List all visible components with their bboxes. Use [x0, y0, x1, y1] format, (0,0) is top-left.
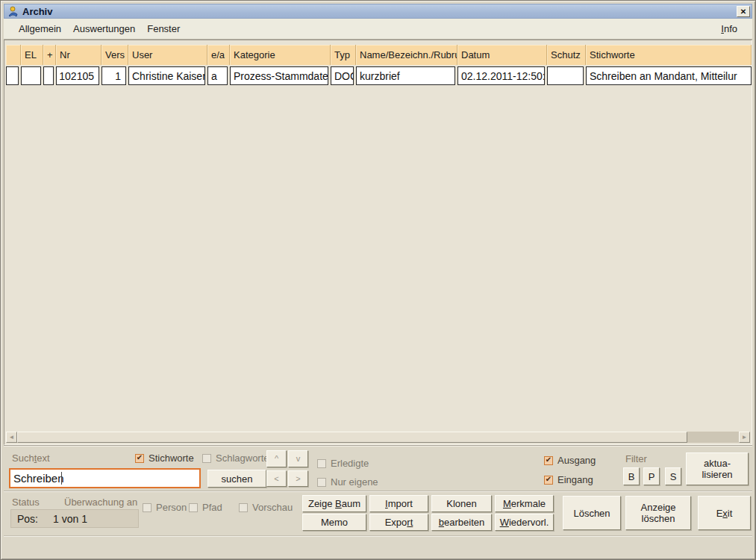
- prev-button[interactable]: <: [266, 470, 287, 487]
- wiedervorl-button[interactable]: Wiedervorl.: [495, 514, 554, 531]
- column-header-blank[interactable]: [6, 45, 21, 65]
- checkbox-box[interactable]: [239, 503, 248, 512]
- checkbox-label: Vorschau: [252, 502, 293, 513]
- checkbox-box[interactable]: ✔: [544, 476, 553, 485]
- checkbox-box[interactable]: [143, 503, 151, 512]
- column-header-vers[interactable]: Vers: [101, 45, 128, 65]
- up-icon: ^: [275, 453, 278, 464]
- column-header-user[interactable]: User: [128, 45, 207, 65]
- cell-plus: [43, 66, 54, 85]
- scrollbar-track[interactable]: [687, 432, 739, 443]
- checkbox-box[interactable]: ✔: [135, 454, 144, 463]
- down-icon: v: [296, 453, 301, 464]
- table-row[interactable]: 102105 1 Christine Kaiser a Prozess-Stam…: [6, 65, 752, 87]
- window-title: Archiv: [22, 6, 737, 17]
- erledigte-checkbox[interactable]: Erledigte: [317, 458, 369, 469]
- status-label: Status: [12, 497, 40, 508]
- column-header-typ[interactable]: Typ: [331, 45, 356, 65]
- column-header-datum[interactable]: Datum: [457, 45, 547, 65]
- checkbox-label: Ausgang: [557, 455, 596, 466]
- checkbox-label: Eingang: [557, 474, 593, 485]
- menu-item-info[interactable]: Info: [715, 20, 743, 37]
- filter-b-button[interactable]: B: [623, 467, 640, 485]
- cell-nr: 102105: [56, 66, 99, 85]
- column-header-plus[interactable]: +: [43, 45, 56, 65]
- checkbox-box[interactable]: [189, 503, 198, 512]
- loeschen-button[interactable]: Löschen: [563, 496, 621, 530]
- cell-user: Christine Kaiser: [128, 66, 205, 85]
- menu-item-allgemein[interactable]: Allgemein: [13, 20, 67, 37]
- schlagworte-checkbox[interactable]: Schlagworte: [202, 452, 269, 464]
- scroll-right-button[interactable]: ►: [739, 432, 750, 443]
- cell-kategorie: Prozess-Stammdaten: [230, 66, 328, 85]
- archiv-window: Archiv ✕ Allgemein Auswertungen Fenster …: [0, 0, 756, 560]
- scroll-up-button[interactable]: ^: [266, 450, 287, 467]
- filter-label: Filter: [625, 453, 647, 464]
- suchtext-label: Suchtext: [12, 452, 50, 464]
- text-caret: [61, 472, 62, 485]
- close-button[interactable]: ✕: [737, 6, 750, 17]
- eingang-checkbox[interactable]: ✔ Eingang: [544, 474, 593, 485]
- scroll-right-icon: ►: [742, 434, 748, 441]
- pfad-checkbox[interactable]: Pfad: [189, 502, 222, 513]
- table-header-row: EL + Nr Vers User e/a Kategorie Typ Name…: [6, 45, 752, 65]
- suchen-button[interactable]: suchen: [207, 470, 266, 488]
- person-checkbox[interactable]: Person: [143, 502, 187, 513]
- bottom-strip: [4, 535, 752, 557]
- memo-button[interactable]: Memo: [302, 514, 366, 531]
- scroll-down-button[interactable]: v: [288, 450, 308, 467]
- checkbox-box[interactable]: ✔: [544, 456, 553, 465]
- zeige-baum-button[interactable]: Zeige Baum: [302, 495, 366, 512]
- filter-s-button[interactable]: S: [665, 467, 681, 485]
- checkbox-box[interactable]: [317, 459, 326, 468]
- next-button[interactable]: >: [288, 470, 308, 487]
- column-header-el[interactable]: EL: [21, 45, 43, 65]
- ausgang-checkbox[interactable]: ✔ Ausgang: [544, 455, 596, 466]
- export-button[interactable]: Export: [369, 514, 428, 531]
- checkbox-label: Schlagworte: [216, 452, 269, 464]
- cell-ea: a: [207, 66, 228, 85]
- menu-item-auswertungen[interactable]: Auswertungen: [67, 20, 141, 37]
- title-bar[interactable]: Archiv ✕: [4, 4, 752, 19]
- checkbox-box[interactable]: [202, 454, 211, 463]
- cell-vers: 1: [101, 66, 126, 85]
- ueberwachung-label: Überwachung an: [64, 497, 137, 508]
- position-status: Pos: 1 von 1: [10, 509, 139, 528]
- status-panel: Status Überwachung an Pos: 1 von 1 Perso…: [4, 491, 752, 535]
- checkbox-label: Nur eigene: [331, 476, 378, 488]
- aktualisieren-button[interactable]: aktua-lisieren: [686, 452, 749, 485]
- column-header-ea[interactable]: e/a: [207, 45, 230, 65]
- menu-bar: Allgemein Auswertungen Fenster Info: [4, 19, 752, 40]
- scroll-left-icon: ◄: [9, 434, 15, 441]
- cell-stichworte: Schreiben an Mandant, Mitteilur: [586, 66, 752, 85]
- bearbeiten-button[interactable]: bearbeiten: [431, 514, 492, 531]
- horizontal-scrollbar[interactable]: ◄ ►: [6, 432, 750, 443]
- nur-eigene-checkbox[interactable]: Nur eigene: [317, 476, 378, 488]
- exit-button[interactable]: Exit: [698, 496, 751, 530]
- search-input[interactable]: [9, 468, 201, 488]
- cell-datum: 02.12.2011-12:50:43: [457, 66, 545, 85]
- checkbox-box[interactable]: [317, 478, 326, 487]
- column-header-stichworte[interactable]: Stichworte: [586, 45, 752, 65]
- merkmale-button[interactable]: Merkmale: [495, 495, 554, 512]
- scroll-left-button[interactable]: ◄: [6, 432, 17, 443]
- stichworte-checkbox[interactable]: ✔ Stichworte: [135, 452, 194, 464]
- column-header-schutz[interactable]: Schutz: [547, 45, 586, 65]
- filter-p-button[interactable]: P: [643, 467, 660, 485]
- column-header-nr[interactable]: Nr: [56, 45, 101, 65]
- column-header-name[interactable]: Name/Bezeichn./Rubrum: [356, 45, 457, 65]
- klonen-button[interactable]: Klonen: [431, 495, 492, 512]
- anzeige-loeschen-button[interactable]: Anzeigelöschen: [625, 496, 691, 530]
- cell-el: [21, 66, 41, 85]
- scrollbar-thumb[interactable]: [17, 432, 687, 443]
- import-button[interactable]: Import: [369, 495, 428, 512]
- cell-typ: DOC: [331, 66, 354, 85]
- pos-label: Pos:: [17, 513, 38, 525]
- column-header-kategorie[interactable]: Kategorie: [230, 45, 331, 65]
- menu-item-fenster[interactable]: Fenster: [141, 20, 186, 37]
- checkbox-label: Stichworte: [149, 452, 194, 464]
- cell-schutz: [547, 66, 584, 85]
- close-icon: ✕: [740, 7, 746, 16]
- vorschau-checkbox[interactable]: Vorschau: [239, 502, 293, 513]
- checkbox-label: Erledigte: [331, 458, 369, 469]
